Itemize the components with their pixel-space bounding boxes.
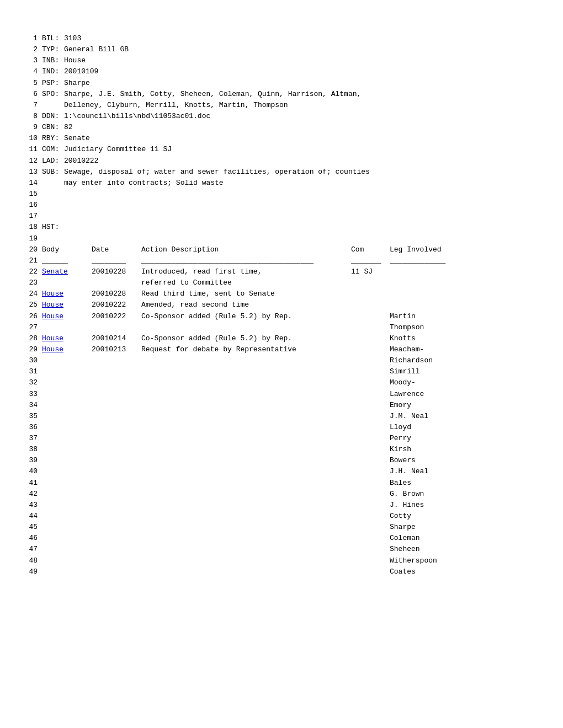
table-row: House20010222Co-Sponsor added (Rule 5.2)…	[42, 311, 541, 322]
line-number: 41	[22, 478, 38, 489]
line-number: 40	[22, 466, 38, 477]
info-line: SUB:Sewage, disposal of; water and sewer…	[42, 167, 541, 178]
field-label: IND:	[42, 66, 64, 77]
line-number: 30	[22, 355, 38, 366]
line-number: 15	[22, 189, 38, 200]
line-3: 3INB:House	[22, 55, 541, 66]
line-34: 34Emory	[22, 400, 541, 411]
line-24: 24House20010228Read third time, sent to …	[22, 288, 541, 299]
line-number: 37	[22, 433, 38, 444]
line-8: 8DDN:l:\council\bills\nbd\11053ac01.doc	[22, 111, 541, 122]
info-line: LAD:20010222	[42, 156, 541, 167]
leg-cell: Knotts	[390, 333, 416, 344]
action-cell: Read third time, sent to Senate	[141, 288, 351, 299]
line-number: 27	[22, 322, 38, 333]
table-row: House20010214Co-Sponsor added (Rule 5.2)…	[42, 333, 541, 344]
line-11: 11COM:Judiciary Committee 11 SJ	[22, 144, 541, 155]
line-38: 38Kirsh	[22, 444, 541, 455]
line-number: 24	[22, 288, 38, 299]
line-29: 29House20010213Request for debate by Rep…	[22, 344, 541, 355]
table-row: Lawrence	[42, 389, 541, 400]
field-value: 20010109	[64, 67, 98, 76]
date-cell: 20010228	[92, 288, 141, 299]
table-row: House20010213Request for debate by Repre…	[42, 344, 541, 355]
body-link[interactable]: House	[42, 290, 63, 298]
line-number: 7	[22, 100, 38, 111]
line-31: 31Simrill	[22, 366, 541, 377]
field-value: Delleney, Clyburn, Merrill, Knotts, Mart…	[64, 101, 288, 109]
line-number: 13	[22, 167, 38, 178]
field-label: RBY:	[42, 133, 64, 144]
info-line: RBY:Senate	[42, 133, 541, 144]
info-line: IND:20010109	[42, 66, 541, 77]
table-row: Emory	[42, 400, 541, 411]
line-4: 4IND:20010109	[22, 66, 541, 77]
line-number: 44	[22, 511, 38, 522]
leg-cell: Sharpe	[390, 522, 416, 533]
leg-cell: Bales	[390, 478, 411, 489]
line-23: 23referred to Committee	[22, 277, 541, 288]
field-label: DDN:	[42, 111, 64, 122]
field-value: l:\council\bills\nbd\11053ac01.doc	[64, 112, 210, 120]
line-number: 18	[22, 222, 38, 233]
field-value: General Bill GB	[64, 45, 129, 53]
field-value: Judiciary Committee 11 SJ	[64, 145, 172, 153]
table-row: Coates	[42, 566, 541, 577]
line-number: 38	[22, 444, 38, 455]
info-line: BIL:3103	[42, 33, 541, 44]
field-label: CBN:	[42, 122, 64, 133]
line-25: 25House20010222Amended, read second time	[22, 299, 541, 311]
table-row: J.H. Neal	[42, 466, 541, 477]
line-number: 47	[22, 544, 38, 555]
com-cell: 11 SJ	[351, 266, 390, 277]
line-35: 35J.M. Neal	[22, 411, 541, 422]
line-32: 32Moody-	[22, 377, 541, 388]
table-row: Richardson	[42, 355, 541, 366]
table-row: J.M. Neal	[42, 411, 541, 422]
action-cell: referred to Committee	[141, 277, 351, 288]
line-number: 14	[22, 178, 38, 189]
body-link[interactable]: House	[42, 301, 63, 309]
table-row: House20010222Amended, read second time	[42, 299, 541, 311]
line-number: 22	[22, 266, 38, 277]
line-40: 40J.H. Neal	[22, 466, 541, 477]
line-46: 46Coleman	[22, 533, 541, 544]
body-link[interactable]: House	[42, 345, 63, 354]
line-number: 28	[22, 333, 38, 344]
leg-cell: Coleman	[390, 533, 420, 544]
table-separator: ________________________________________…	[42, 255, 541, 266]
line-number: 39	[22, 455, 38, 466]
line-number: 43	[22, 500, 38, 511]
field-label: HST:	[42, 222, 64, 233]
line-41: 41Bales	[22, 478, 541, 489]
body-link[interactable]: House	[42, 312, 63, 320]
date-cell: 20010228	[92, 266, 141, 277]
line-12: 12LAD:20010222	[22, 156, 541, 167]
body-link[interactable]: House	[42, 334, 63, 342]
line-33: 33Lawrence	[22, 389, 541, 400]
field-value: 3103	[64, 34, 81, 42]
body-link[interactable]: Senate	[42, 267, 68, 276]
header-leg: Leg Involved	[390, 244, 442, 255]
line-21: 21______________________________________…	[22, 255, 541, 266]
info-line	[42, 233, 541, 244]
info-line: TYP:General Bill GB	[42, 44, 541, 55]
line-39: 39Bowers	[22, 455, 541, 466]
date-cell: 20010222	[92, 299, 141, 311]
line-28: 28House20010214Co-Sponsor added (Rule 5.…	[22, 333, 541, 344]
table-row: Senate20010228Introduced, read first tim…	[42, 266, 541, 277]
line-43: 43J. Hines	[22, 500, 541, 511]
leg-cell: Lawrence	[390, 389, 424, 400]
action-cell: Request for debate by Representative	[141, 344, 351, 355]
line-number: 33	[22, 389, 38, 400]
line-45: 45Sharpe	[22, 522, 541, 533]
field-value: Sharpe	[64, 79, 90, 87]
leg-cell: Simrill	[390, 366, 420, 377]
line-number: 4	[22, 66, 38, 77]
line-19: 19	[22, 233, 541, 244]
table-row: Thompson	[42, 322, 541, 333]
line-15: 15	[22, 189, 541, 200]
leg-cell: Sheheen	[390, 544, 420, 555]
line-10: 10RBY:Senate	[22, 133, 541, 144]
field-value: Senate	[64, 134, 90, 142]
